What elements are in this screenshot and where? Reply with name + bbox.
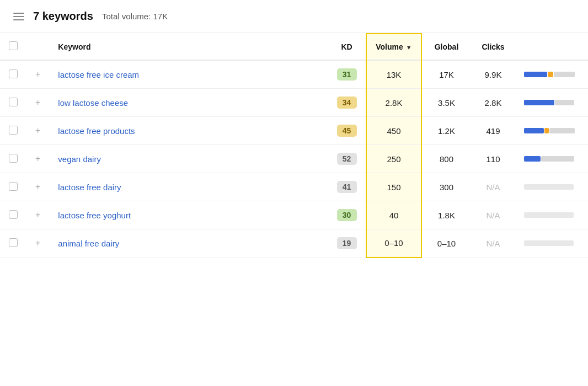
bar-segment	[555, 100, 574, 105]
keyword-link[interactable]: animal free dairy	[58, 239, 119, 248]
global-cell: 3.5K	[421, 89, 471, 117]
bar-segment	[549, 128, 575, 133]
global-cell: 1.8K	[421, 201, 471, 229]
kd-badge: 30	[337, 209, 357, 221]
header-volume[interactable]: Volume ▼	[366, 34, 421, 60]
menu-icon[interactable]	[13, 13, 24, 20]
keyword-link[interactable]: lactose free ice cream	[58, 70, 139, 79]
bar-cell	[515, 173, 588, 201]
bar-segment	[524, 184, 574, 190]
keyword-link[interactable]: lactose free products	[58, 126, 135, 136]
bar-segment	[524, 240, 574, 246]
page-header: 7 keywords Total volume: 17K	[0, 0, 588, 33]
bar-segment	[524, 72, 547, 77]
bar-segment	[524, 128, 544, 133]
row-checkbox[interactable]	[9, 238, 18, 247]
keyword-link[interactable]: vegan dairy	[58, 154, 101, 164]
clicks-bar	[524, 100, 579, 105]
header-clicks[interactable]: Clicks	[471, 34, 515, 60]
add-keyword-button[interactable]: +	[35, 98, 40, 107]
bar-cell	[515, 117, 588, 145]
kd-badge: 45	[337, 125, 357, 137]
volume-cell: 0–10	[366, 229, 421, 258]
bar-segment	[524, 212, 574, 218]
volume-cell: 250	[366, 145, 421, 173]
bar-cell	[515, 201, 588, 229]
table-row: +lactose free ice cream3113K17K9.9K	[0, 60, 588, 89]
add-keyword-button[interactable]: +	[35, 126, 40, 135]
bar-cell	[515, 60, 588, 89]
kd-badge: 52	[337, 153, 357, 165]
bar-segment	[554, 72, 575, 77]
clicks-bar	[524, 240, 579, 246]
keywords-count: 7 keywords	[33, 10, 93, 23]
header-add-col	[26, 34, 49, 60]
add-keyword-button[interactable]: +	[35, 69, 40, 79]
select-all-checkbox[interactable]	[9, 41, 18, 50]
bar-cell	[515, 145, 588, 173]
table-row: +low lactose cheese342.8K3.5K2.8K	[0, 89, 588, 117]
kd-badge: 34	[337, 96, 357, 109]
global-cell: 1.2K	[421, 117, 471, 145]
clicks-cell: N/A	[471, 201, 515, 229]
kd-badge: 19	[337, 237, 357, 249]
global-cell: 17K	[421, 60, 471, 89]
sort-arrow-icon: ▼	[404, 44, 412, 51]
row-checkbox[interactable]	[9, 154, 18, 163]
clicks-bar	[524, 156, 579, 162]
global-cell: 0–10	[421, 229, 471, 258]
kd-badge: 31	[337, 68, 357, 81]
clicks-cell: N/A	[471, 173, 515, 201]
header-global[interactable]: Global	[421, 34, 471, 60]
clicks-bar	[524, 184, 579, 190]
row-checkbox[interactable]	[9, 182, 18, 191]
bar-segment	[548, 72, 553, 77]
volume-cell: 13K	[366, 60, 421, 89]
add-keyword-button[interactable]: +	[35, 210, 40, 219]
global-cell: 800	[421, 145, 471, 173]
keyword-link[interactable]: low lactose cheese	[58, 98, 128, 108]
add-keyword-button[interactable]: +	[35, 238, 40, 248]
header-keyword: Keyword	[49, 34, 328, 60]
keywords-table: Keyword KD Volume ▼ Global Clicks +lacto…	[0, 33, 588, 258]
volume-cell: 2.8K	[366, 89, 421, 117]
clicks-cell: 419	[471, 117, 515, 145]
bar-segment	[544, 128, 549, 133]
bar-cell	[515, 89, 588, 117]
kd-badge: 41	[337, 181, 357, 193]
clicks-cell: N/A	[471, 229, 515, 258]
row-checkbox[interactable]	[9, 126, 18, 135]
volume-cell: 40	[366, 201, 421, 229]
volume-cell: 450	[366, 117, 421, 145]
clicks-cell: 110	[471, 145, 515, 173]
bar-segment	[524, 156, 541, 162]
total-volume: Total volume: 17K	[102, 12, 168, 21]
header-checkbox-col	[0, 34, 26, 60]
global-cell: 300	[421, 173, 471, 201]
clicks-cell: 2.8K	[471, 89, 515, 117]
table-row: +animal free dairy190–100–10N/A	[0, 229, 588, 258]
row-checkbox[interactable]	[9, 210, 18, 219]
bar-cell	[515, 229, 588, 258]
keyword-link[interactable]: lactose free yoghurt	[58, 211, 131, 220]
volume-cell: 150	[366, 173, 421, 201]
clicks-cell: 9.9K	[471, 60, 515, 89]
table-row: +lactose free yoghurt30401.8KN/A	[0, 201, 588, 229]
clicks-bar	[524, 212, 579, 218]
clicks-bar	[524, 72, 579, 77]
bar-segment	[541, 156, 574, 162]
add-keyword-button[interactable]: +	[35, 182, 40, 191]
table-row: +lactose free products454501.2K419	[0, 117, 588, 145]
keywords-table-container: Keyword KD Volume ▼ Global Clicks +lacto…	[0, 33, 588, 258]
keyword-link[interactable]: lactose free dairy	[58, 183, 121, 192]
table-header-row: Keyword KD Volume ▼ Global Clicks	[0, 34, 588, 60]
header-kd[interactable]: KD	[328, 34, 366, 60]
add-keyword-button[interactable]: +	[35, 154, 40, 163]
bar-segment	[524, 100, 554, 105]
row-checkbox[interactable]	[9, 69, 18, 78]
table-row: +vegan dairy52250800110	[0, 145, 588, 173]
row-checkbox[interactable]	[9, 98, 18, 106]
clicks-bar	[524, 128, 579, 133]
table-row: +lactose free dairy41150300N/A	[0, 173, 588, 201]
header-bar-col	[515, 34, 588, 60]
